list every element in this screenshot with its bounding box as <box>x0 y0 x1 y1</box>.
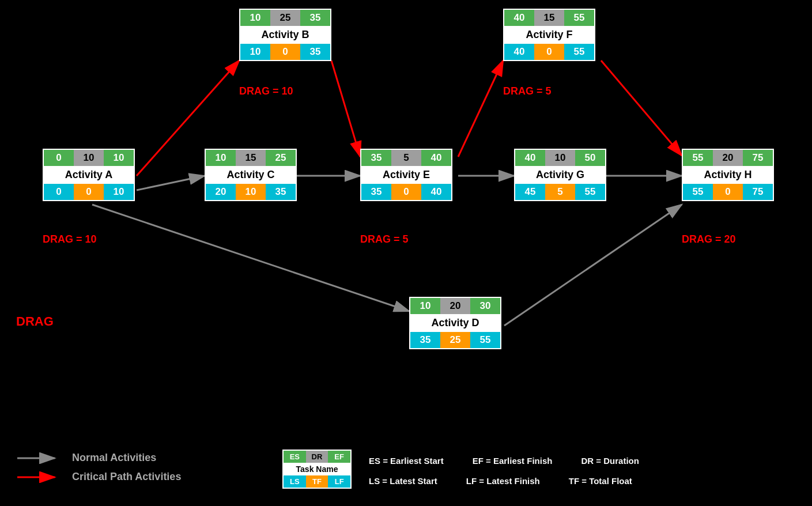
normal-arrow-icon <box>17 452 63 464</box>
activity-d-node: 10 20 30 Activity D 35 25 55 <box>409 297 501 349</box>
legend-tf-cell: TF <box>306 475 328 488</box>
svg-line-11 <box>504 205 682 326</box>
activity-f-name: Activity F <box>504 26 594 44</box>
activity-b-lf: 35 <box>300 44 330 60</box>
activity-g-tf: 5 <box>545 184 575 200</box>
activity-e-tf: 0 <box>391 184 421 200</box>
legend-def-es: ES = Earliest Start <box>369 456 444 466</box>
legend-definitions: ES = Earliest Start EF = Earliest Finish… <box>369 456 639 486</box>
activity-c-ls: 20 <box>206 184 236 200</box>
activity-f-node: 40 15 55 Activity F 40 0 55 <box>503 9 595 61</box>
activity-b-dr: 25 <box>270 10 300 26</box>
legend-def-tf: TF = Total Float <box>569 476 632 486</box>
activity-c-tf: 10 <box>236 184 266 200</box>
activity-b-ls: 10 <box>240 44 270 60</box>
activity-d-ls: 35 <box>410 332 440 348</box>
legend-lf-cell: LF <box>328 475 350 488</box>
activity-h-es: 55 <box>683 150 713 166</box>
activity-b-drag: DRAG = 10 <box>239 85 293 97</box>
activity-h-node: 55 20 75 Activity H 55 0 75 <box>682 149 774 201</box>
activity-e-name: Activity E <box>361 166 451 184</box>
legend-name-cell: Task Name <box>284 463 350 475</box>
activity-h-ef: 75 <box>743 150 773 166</box>
legend-def-ls: LS = Latest Start <box>369 476 437 486</box>
activity-f-drag: DRAG = 5 <box>503 85 552 97</box>
activity-c-name: Activity C <box>206 166 296 184</box>
activity-a-ef: 10 <box>104 150 134 166</box>
activity-e-ls: 35 <box>361 184 391 200</box>
legend-node-wrapper: ES DR EF Task Name LS TF LF <box>282 450 352 489</box>
legend-es-cell: ES <box>284 451 306 463</box>
activity-a-lf: 10 <box>104 184 134 200</box>
activity-a-tf: 0 <box>74 184 104 200</box>
legend-ls-cell: LS <box>284 475 306 488</box>
activity-b-node: 10 25 35 Activity B 10 0 35 <box>239 9 331 61</box>
activity-c-node: 10 15 25 Activity C 20 10 35 <box>205 149 297 201</box>
activity-b-es: 10 <box>240 10 270 26</box>
activity-d-name: Activity D <box>410 314 500 332</box>
legend-container: Normal Activities Critical Path Activiti… <box>17 452 181 494</box>
activity-f-ls: 40 <box>504 44 534 60</box>
critical-arrow-icon <box>17 471 63 483</box>
activity-h-dr: 20 <box>713 150 743 166</box>
activity-c-es: 10 <box>206 150 236 166</box>
activity-e-dr: 5 <box>391 150 421 166</box>
activity-g-es: 40 <box>515 150 545 166</box>
activity-e-es: 35 <box>361 150 391 166</box>
activity-f-lf: 55 <box>564 44 594 60</box>
activity-e-ef: 40 <box>421 150 451 166</box>
activity-g-node: 40 10 50 Activity G 45 5 55 <box>514 149 606 201</box>
activity-b-tf: 0 <box>270 44 300 60</box>
activity-d-tf: 25 <box>440 332 470 348</box>
activity-f-es: 40 <box>504 10 534 26</box>
activity-g-ef: 50 <box>575 150 605 166</box>
activity-a-node: 0 10 10 Activity A 0 0 10 <box>43 149 135 201</box>
svg-line-5 <box>331 61 360 157</box>
activity-a-dr: 10 <box>74 150 104 166</box>
activity-g-dr: 10 <box>545 150 575 166</box>
activity-h-lf: 75 <box>743 184 773 200</box>
activity-b-name: Activity B <box>240 26 330 44</box>
activity-g-ls: 45 <box>515 184 545 200</box>
activity-c-lf: 35 <box>266 184 296 200</box>
activity-h-name: Activity H <box>683 166 773 184</box>
activity-g-lf: 55 <box>575 184 605 200</box>
normal-activities-label: Normal Activities <box>72 452 156 464</box>
activity-h-tf: 0 <box>713 184 743 200</box>
activity-e-lf: 40 <box>421 184 451 200</box>
activity-f-tf: 0 <box>534 44 564 60</box>
activity-d-dr: 20 <box>440 298 470 314</box>
svg-line-9 <box>601 61 682 156</box>
activity-h-drag: DRAG = 20 <box>682 233 736 246</box>
arrows-svg <box>0 0 812 506</box>
activity-c-ef: 25 <box>266 150 296 166</box>
drag-main-label: DRAG <box>16 314 54 329</box>
legend-ef-cell: EF <box>328 451 350 463</box>
activity-h-ls: 55 <box>683 184 713 200</box>
activity-a-name: Activity A <box>44 166 134 184</box>
svg-line-7 <box>458 61 503 157</box>
activity-c-dr: 15 <box>236 150 266 166</box>
svg-line-3 <box>137 176 205 190</box>
activity-d-lf: 55 <box>470 332 500 348</box>
legend-dr-cell: DR <box>306 451 328 463</box>
activity-d-es: 10 <box>410 298 440 314</box>
legend-def-ef: EF = Earliest Finish <box>473 456 553 466</box>
svg-line-4 <box>92 205 409 311</box>
legend-def-dr: DR = Duration <box>581 456 639 466</box>
activity-a-ls: 0 <box>44 184 74 200</box>
critical-path-label: Critical Path Activities <box>72 471 181 483</box>
legend-node: ES DR EF Task Name LS TF LF <box>282 450 352 489</box>
activity-d-ef: 30 <box>470 298 500 314</box>
activity-b-ef: 35 <box>300 10 330 26</box>
activity-a-es: 0 <box>44 150 74 166</box>
activity-f-dr: 15 <box>534 10 564 26</box>
activity-g-name: Activity G <box>515 166 605 184</box>
activity-e-drag: DRAG = 5 <box>360 233 409 246</box>
legend-def-lf: LF = Latest Finish <box>466 476 540 486</box>
activity-f-ef: 55 <box>564 10 594 26</box>
activity-a-drag: DRAG = 10 <box>43 233 97 246</box>
activity-e-node: 35 5 40 Activity E 35 0 40 <box>360 149 452 201</box>
